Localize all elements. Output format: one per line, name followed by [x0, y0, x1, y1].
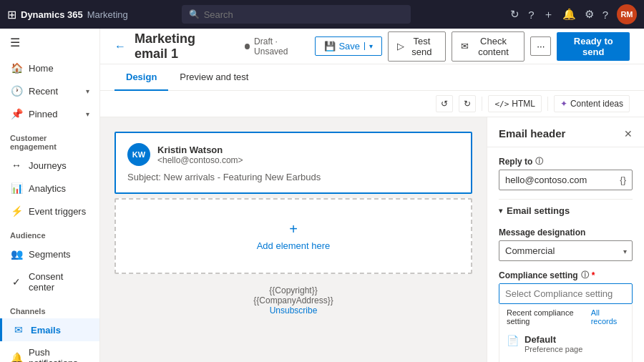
- unsubscribe-link[interactable]: Unsubscribe: [270, 305, 318, 315]
- email-subject: Subject: New arrivals - Featuring New Ea…: [127, 172, 459, 182]
- check-content-button[interactable]: ✉ Check content: [452, 31, 525, 62]
- sender-name: Kristin Watson: [157, 145, 243, 155]
- compliance-setting-field: Compliance setting ⓘ * 🔍 Recent complian…: [499, 270, 633, 362]
- ready-to-send-button[interactable]: Ready to send: [557, 32, 630, 61]
- check-content-label: Check content: [472, 36, 516, 57]
- email-footer: {{Copyright}} {{CompanyAddress}} Unsubsc…: [114, 278, 472, 323]
- redo-icon: ↻: [464, 99, 471, 109]
- close-button[interactable]: ✕: [624, 128, 633, 140]
- section-customer-engagement: Customer engagement: [0, 125, 99, 154]
- recent-icon: 🕐: [10, 85, 23, 97]
- compliance-search-wrap: 🔍: [499, 283, 633, 304]
- help-icon[interactable]: ?: [602, 9, 608, 21]
- recent-label: Recent compliance setting: [507, 308, 591, 326]
- undo-button[interactable]: ↺: [436, 95, 453, 112]
- home-icon: 🏠: [10, 62, 23, 74]
- sidebar-item-label: Emails: [31, 325, 89, 336]
- add-icon[interactable]: ＋: [543, 8, 554, 21]
- waffle-icon[interactable]: ⊞: [7, 8, 16, 21]
- test-send-button[interactable]: ▷ Test send: [388, 31, 446, 62]
- sidebar-item-label: Analytics: [29, 183, 89, 194]
- search-bar[interactable]: 🔍: [182, 5, 411, 24]
- tab-preview-test[interactable]: Preview and test: [168, 64, 260, 91]
- topbar-icons: ↻ ? ＋ 🔔 ⚙ ? RM: [510, 4, 637, 24]
- panel-header: Email header ✕: [487, 117, 644, 147]
- compliance-search-input[interactable]: [499, 284, 631, 303]
- settings-icon[interactable]: ⚙: [585, 8, 594, 21]
- reply-to-info-icon[interactable]: ⓘ: [535, 156, 543, 167]
- redo-button[interactable]: ↻: [459, 95, 476, 112]
- pin-icon: 📌: [10, 108, 23, 119]
- hamburger-icon[interactable]: ☰: [0, 29, 99, 57]
- html-icon: </>: [494, 99, 509, 109]
- page-status: Draft · Unsaved: [245, 36, 306, 57]
- refresh-icon[interactable]: ↻: [510, 8, 519, 21]
- message-designation-select[interactable]: Commercial Transactional: [499, 240, 633, 261]
- reply-to-input-wrap[interactable]: {}: [499, 170, 633, 190]
- content-ideas-button[interactable]: ✦ Content ideas: [554, 95, 630, 112]
- save-chevron-icon[interactable]: ▾: [364, 42, 373, 50]
- sidebar-item-label: Pinned: [29, 109, 80, 119]
- add-element-text[interactable]: Add element here: [257, 240, 331, 251]
- compliance-item-icon: 📄: [507, 335, 519, 346]
- email-canvas: KW Kristin Watson <hello@contoso.com> Su…: [114, 132, 472, 323]
- compliance-item-name: Default: [525, 334, 582, 345]
- email-icon: ✉: [12, 324, 25, 336]
- app-name: Dynamics 365: [21, 9, 83, 20]
- sidebar-item-label: Event triggers: [29, 206, 89, 217]
- content-ideas-icon: ✦: [560, 99, 567, 109]
- sidebar-item-consent-center[interactable]: ✓ Consent center: [0, 265, 99, 298]
- sidebar-item-emails[interactable]: ✉ Emails: [0, 318, 99, 341]
- consent-icon: ✓: [10, 276, 23, 288]
- compliance-item-france[interactable]: 📄 France Subscription center: [499, 358, 632, 362]
- chevron-icon: ▾: [86, 87, 89, 95]
- email-settings-label: Email settings: [507, 205, 570, 216]
- tab-design[interactable]: Design: [114, 64, 168, 91]
- compliance-item-info: Default Preference page: [525, 334, 582, 353]
- back-button[interactable]: ←: [114, 40, 126, 53]
- sidebar-item-recent[interactable]: 🕐 Recent ▾: [0, 79, 99, 102]
- question-icon[interactable]: ?: [528, 9, 534, 21]
- panel-title: Email header: [499, 127, 565, 140]
- add-element-plus-icon[interactable]: +: [289, 221, 298, 238]
- push-icon: 🔔: [10, 352, 23, 362]
- topbar-logo: ⊞ Dynamics 365 Marketing: [7, 8, 128, 21]
- bracket-icon: {}: [620, 175, 626, 185]
- sidebar-item-journeys[interactable]: ↔ Journeys: [0, 154, 99, 177]
- compliance-info-icon[interactable]: ⓘ: [581, 270, 589, 280]
- html-label: HTML: [512, 99, 535, 109]
- editor-toolbar: ↺ ↻ </> HTML ✦ Content ideas: [100, 91, 644, 117]
- reply-to-field: Reply to ⓘ {}: [499, 156, 633, 190]
- sidebar-item-home[interactable]: 🏠 Home: [0, 57, 99, 79]
- email-header-card[interactable]: KW Kristin Watson <hello@contoso.com> Su…: [114, 132, 472, 194]
- topbar: ⊞ Dynamics 365 Marketing 🔍 ↻ ? ＋ 🔔 ⚙ ? R…: [0, 0, 644, 29]
- avatar[interactable]: RM: [617, 4, 637, 24]
- compliance-search-icon[interactable]: 🔍: [631, 284, 633, 303]
- reply-to-input[interactable]: [505, 175, 620, 185]
- sidebar-item-pinned[interactable]: 📌 Pinned ▾: [0, 102, 99, 125]
- all-records-link[interactable]: All records: [591, 308, 625, 326]
- save-button[interactable]: 💾 Save ▾: [315, 36, 382, 56]
- more-icon: ···: [537, 41, 545, 52]
- notification-icon[interactable]: 🔔: [562, 8, 576, 21]
- compliance-dropdown: Recent compliance setting All records 📄 …: [499, 304, 633, 362]
- sidebar-item-label: Journeys: [29, 160, 89, 171]
- panel-body: Reply to ⓘ {} ▾ Email settings: [487, 147, 644, 362]
- compliance-dropdown-header: Recent compliance setting All records: [499, 304, 632, 330]
- compliance-item-default[interactable]: 📄 Default Preference page: [499, 330, 632, 358]
- sidebar-item-label: Home: [29, 63, 89, 74]
- search-input[interactable]: [204, 9, 404, 20]
- save-label: Save: [338, 41, 360, 52]
- sidebar-item-push-notifications[interactable]: 🔔 Push notifications: [0, 341, 99, 362]
- sidebar-item-event-triggers[interactable]: ⚡ Event triggers: [0, 200, 99, 222]
- sidebar-item-label: Push notifications: [29, 347, 89, 362]
- compliance-item-sub: Preference page: [525, 345, 582, 353]
- sidebar-item-segments[interactable]: 👥 Segments: [0, 243, 99, 265]
- subject-prefix: Subject:: [127, 172, 161, 182]
- add-element-area[interactable]: + Add element here: [114, 198, 472, 274]
- email-settings-toggle[interactable]: ▾ Email settings: [499, 199, 633, 222]
- sidebar-item-analytics[interactable]: 📊 Analytics: [0, 177, 99, 200]
- sidebar: ☰ 🏠 Home 🕐 Recent ▾ 📌 Pinned ▾ Customer …: [0, 29, 100, 362]
- more-button[interactable]: ···: [530, 36, 551, 56]
- html-button[interactable]: </> HTML: [488, 95, 542, 112]
